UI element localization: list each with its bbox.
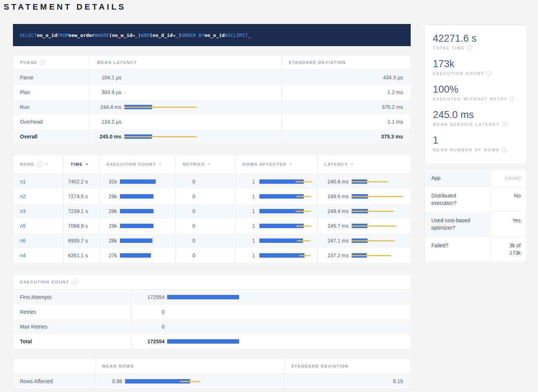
node-link[interactable]: n6: [20, 238, 26, 244]
mean-latency-header-cell: MEAN LATENCY: [89, 55, 282, 70]
app-detail-value: Yes: [512, 217, 521, 224]
node-latency-cell: 249.4 ms: [318, 204, 410, 219]
node-rows-affected-cell: 1: [236, 204, 318, 219]
app-detail-row: Distributed execution?No: [425, 187, 527, 212]
execution-count-value: 28k: [105, 238, 117, 244]
node-link[interactable]: n2: [20, 193, 26, 199]
bar-mean-segment: [120, 224, 154, 228]
rows-affected-value: 1: [241, 193, 255, 199]
std-dev-header-label: STANDARD DEVIATION: [291, 364, 349, 368]
mean-rows-header-cell: MEAN ROWS: [96, 359, 284, 374]
sort-desc-icon[interactable]: ▼: [207, 163, 211, 166]
latency-bar: [352, 224, 410, 228]
execution-count-value: 172554: [131, 294, 165, 300]
node-column-header[interactable]: NODEi▼: [13, 155, 64, 174]
bar-mean-segment: [120, 179, 156, 184]
sort-desc-icon[interactable]: ▼: [85, 163, 89, 166]
rows-affected-header: MEAN ROWS STANDARD DEVIATION: [13, 359, 410, 374]
mean-latency-value: 104.1 µs: [89, 75, 121, 80]
rows-affected-table: MEAN ROWS STANDARD DEVIATION Rows Affect…: [13, 358, 411, 389]
sql-token: (no_d_id: [149, 32, 173, 38]
app-detail-row: Failed?3k of 173k: [425, 237, 527, 262]
retries-value: 0: [181, 193, 195, 199]
stat-value: 1: [433, 135, 518, 146]
phase-table: PHASE i MEAN LATENCY STANDARD DEVIATION …: [13, 55, 411, 144]
node-retries-cell: 0: [176, 204, 236, 219]
app-detail-value: 3k of 173k: [501, 242, 521, 257]
std-dev-header-cell: STANDARD DEVIATION: [282, 55, 410, 70]
mean-latency-bar: [124, 134, 282, 139]
execution-count-value: 29k: [105, 193, 117, 199]
app-detail-label: Used cost-based optimizer?: [425, 212, 491, 237]
bar-stddev-line: [352, 240, 394, 241]
info-icon[interactable]: i: [467, 45, 472, 51]
node-link[interactable]: n3: [20, 208, 26, 214]
rows-affected-row: Rows Affected0.980.15: [13, 374, 410, 389]
main-column: SELECT no_o_id FROM new_order WHERE (no_…: [13, 24, 411, 389]
node-table-row: n57068.9 s29k01245.7 ms: [13, 219, 410, 233]
node-time-value: 6351.1 s: [64, 248, 100, 263]
node-column-header[interactable]: ROWS AFFECTED▼: [236, 155, 318, 174]
info-icon[interactable]: i: [40, 60, 45, 65]
node-column-header[interactable]: RETRIES▼: [176, 155, 236, 174]
bar-stddev-line: [352, 181, 388, 182]
sort-desc-icon[interactable]: ▼: [159, 163, 162, 166]
rows-affected-value: 1: [241, 208, 255, 214]
bar-stddev-line: [352, 255, 391, 256]
node-link[interactable]: n1: [20, 179, 26, 185]
mean-latency-value: 124.2 µs: [89, 119, 121, 125]
column-header-label: EXECUTION COUNT: [107, 162, 156, 166]
sql-statement: SELECT no_o_id FROM new_order WHERE (no_…: [13, 24, 411, 46]
mean-rows-cell: 0.98: [96, 374, 284, 389]
execution-count-table: EXECUTION COUNT i First Attempts172554Re…: [13, 274, 411, 349]
sql-token: _): [176, 32, 182, 38]
phase-header-label: PHASE: [20, 60, 37, 65]
execution-count-value: 0: [131, 309, 165, 315]
info-icon[interactable]: i: [502, 147, 507, 152]
phase-table-header: PHASE i MEAN LATENCY STANDARD DEVIATION: [13, 55, 410, 70]
rows-std-dev-value: 0.15: [284, 374, 410, 389]
latency-bar: [352, 179, 410, 184]
node-execution-count-cell: 31k: [100, 174, 176, 189]
latency-value: 249.4 ms: [323, 208, 349, 214]
sort-desc-icon[interactable]: ▼: [45, 163, 48, 166]
phase-header-cell: PHASE i: [13, 55, 89, 70]
stat-block: 42271.6 sTOTAL TIMEi: [433, 33, 518, 51]
info-icon[interactable]: i: [37, 162, 42, 167]
node-link[interactable]: n4: [20, 252, 26, 258]
execution-count-value: 29k: [105, 223, 117, 229]
latency-value: 247.1 ms: [323, 238, 349, 244]
column-header-label: NODE: [20, 162, 34, 166]
node-rows-affected-cell: 1: [236, 174, 318, 189]
bar-mean-segment: [120, 253, 151, 258]
execution-count-label: Retries: [13, 305, 131, 319]
node-time-value: 7402.2 s: [64, 174, 100, 189]
bar-stddev-line: [296, 196, 311, 197]
phase-mean-latency: 244.4 ms: [89, 100, 282, 114]
info-icon[interactable]: i: [510, 96, 515, 102]
phase-name: Overall: [13, 129, 89, 144]
phase-std-dev-value: 434.3 µs: [282, 70, 410, 85]
stat-label: EXECUTION COUNTi: [433, 71, 518, 76]
stat-value: 42271.6 s: [433, 33, 518, 44]
node-link[interactable]: n5: [20, 223, 26, 229]
mean-rows-bar: [125, 379, 284, 384]
summary-stats-card: 42271.6 sTOTAL TIMEi173kEXECUTION COUNTi…: [424, 24, 527, 164]
info-icon[interactable]: i: [72, 279, 77, 285]
info-icon[interactable]: i: [502, 122, 507, 127]
execution-count-value-cell: 0: [131, 319, 410, 334]
sql-token: no_o_id: [204, 32, 225, 38]
execution-count-bar: [120, 224, 176, 228]
sort-desc-icon[interactable]: ▼: [351, 163, 354, 166]
bar-stddev-line: [124, 136, 197, 137]
node-column-header[interactable]: EXECUTION COUNT▼: [100, 155, 176, 174]
sort-desc-icon[interactable]: ▼: [289, 163, 292, 166]
node-latency-cell: 249.6 ms: [318, 189, 410, 204]
node-column-header[interactable]: LATENCY▼: [318, 155, 410, 174]
bar-stddev-line: [180, 381, 200, 382]
phase-table-row: Overhead124.2 µs1.1 ms: [13, 114, 410, 129]
phase-mean-latency: 124.2 µs: [89, 114, 282, 129]
mean-latency-bar: [124, 105, 282, 109]
info-icon[interactable]: i: [486, 71, 492, 76]
node-column-header[interactable]: TIME▼: [64, 155, 100, 174]
